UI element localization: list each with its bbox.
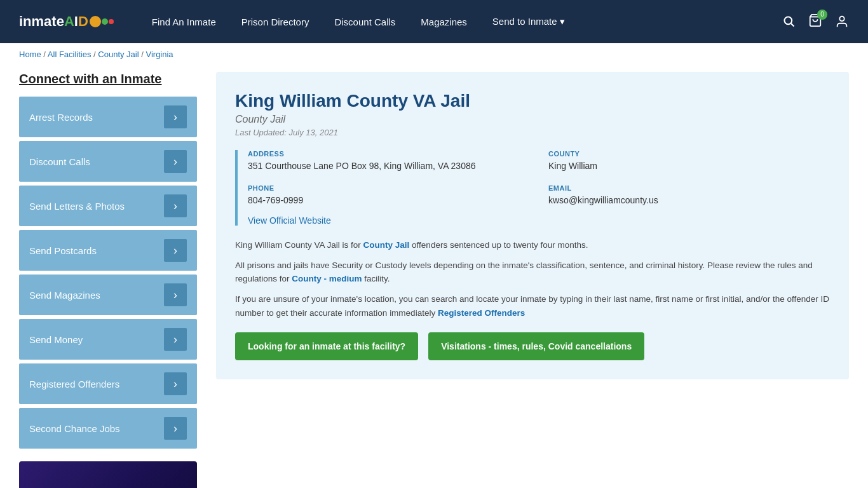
main-nav: inmate A I D Find An Inmate Prison Direc…	[0, 0, 868, 43]
address-label: ADDRESS	[248, 150, 529, 158]
sidebar-item-discount-calls[interactable]: Discount Calls ›	[19, 141, 197, 182]
address-value: 351 Courthouse Lane PO Box 98, King Will…	[248, 160, 529, 173]
facility-title: King William County VA Jail	[235, 91, 830, 111]
search-button[interactable]	[783, 15, 796, 28]
facility-info: ADDRESS 351 Courthouse Lane PO Box 98, K…	[235, 150, 830, 226]
sidebar: Connect with an Inmate Arrest Records › …	[19, 72, 197, 488]
facility-buttons: Looking for an inmate at this facility? …	[235, 332, 830, 360]
facility-desc-3: If you are unsure of your inmate's locat…	[235, 292, 830, 320]
registered-offenders-link[interactable]: Registered Offenders	[438, 308, 525, 318]
breadcrumb-all-facilities[interactable]: All Facilities	[48, 50, 92, 59]
facility-last-updated: Last Updated: July 13, 2021	[235, 128, 830, 137]
facility-card: King William County VA Jail County Jail …	[216, 72, 849, 379]
chevron-right-icon: ›	[164, 105, 187, 128]
chevron-right-icon: ›	[164, 283, 187, 306]
phone-block: PHONE 804-769-0999	[248, 184, 529, 207]
sidebar-item-send-magazines[interactable]: Send Magazines ›	[19, 274, 197, 315]
cart-count: 0	[817, 10, 827, 20]
looking-for-inmate-button[interactable]: Looking for an inmate at this facility?	[235, 332, 418, 360]
breadcrumb: Home / All Facilities / County Jail / Vi…	[0, 43, 868, 65]
sidebar-item-send-postcards[interactable]: Send Postcards ›	[19, 230, 197, 271]
official-website-link[interactable]: View Official Website	[248, 215, 331, 226]
nav-discount-calls[interactable]: Discount Calls	[334, 17, 395, 27]
nav-prison-directory[interactable]: Prison Directory	[241, 17, 309, 27]
email-label: EMAIL	[548, 184, 830, 192]
breadcrumb-home[interactable]: Home	[19, 50, 41, 59]
chevron-right-icon: ›	[164, 150, 187, 173]
svg-line-1	[791, 24, 794, 27]
phone-label: PHONE	[248, 184, 529, 192]
breadcrumb-state[interactable]: Virginia	[146, 50, 173, 59]
sidebar-item-send-letters-photos[interactable]: Send Letters & Photos ›	[19, 186, 197, 226]
sidebar-ad[interactable]: IMMEDIATE OPENING IN DELAWARE MountaireF…	[19, 461, 197, 488]
chevron-right-icon: ›	[164, 328, 187, 351]
sidebar-menu: Arrest Records › Discount Calls › Send L…	[19, 97, 197, 449]
logo[interactable]: inmate A I D	[19, 13, 114, 30]
county-label: COUNTY	[548, 150, 830, 158]
email-block: EMAIL kwso@kingwilliamcounty.us	[548, 184, 830, 207]
svg-point-3	[839, 17, 844, 21]
email-value: kwso@kingwilliamcounty.us	[548, 194, 830, 207]
county-value: King William	[548, 160, 830, 173]
chevron-right-icon: ›	[164, 239, 187, 262]
nav-links: Find An Inmate Prison Directory Discount…	[152, 16, 783, 27]
chevron-right-icon: ›	[164, 194, 187, 217]
sidebar-title: Connect with an Inmate	[19, 72, 197, 86]
sidebar-item-registered-offenders[interactable]: Registered Offenders ›	[19, 363, 197, 404]
sidebar-item-send-money[interactable]: Send Money ›	[19, 319, 197, 360]
facility-desc-2: All prisons and jails have Security or C…	[235, 259, 830, 286]
breadcrumb-county-jail[interactable]: County Jail	[98, 50, 139, 59]
chevron-right-icon: ›	[164, 372, 187, 395]
user-button[interactable]	[835, 15, 849, 29]
nav-send-to-inmate[interactable]: Send to Inmate ▾	[492, 16, 565, 27]
facility-type: County Jail	[235, 114, 830, 125]
facility-desc-1: King William County VA Jail is for Count…	[235, 238, 830, 252]
main-content: Connect with an Inmate Arrest Records › …	[0, 65, 868, 488]
sidebar-item-arrest-records[interactable]: Arrest Records ›	[19, 97, 197, 137]
county-medium-link[interactable]: County - medium	[292, 274, 362, 283]
chevron-right-icon: ›	[164, 417, 187, 440]
county-block: COUNTY King William	[548, 150, 830, 173]
county-jail-link[interactable]: County Jail	[363, 240, 410, 250]
phone-value: 804-769-0999	[248, 194, 529, 207]
visitations-button[interactable]: Visitations - times, rules, Covid cancel…	[428, 332, 644, 360]
nav-magazines[interactable]: Magazines	[421, 17, 467, 27]
address-block: ADDRESS 351 Courthouse Lane PO Box 98, K…	[248, 150, 529, 173]
svg-point-0	[785, 17, 792, 25]
cart-button[interactable]: 0	[808, 13, 822, 30]
facility-description: King William County VA Jail is for Count…	[235, 238, 830, 320]
info-grid: ADDRESS 351 Courthouse Lane PO Box 98, K…	[248, 150, 830, 207]
nav-find-inmate[interactable]: Find An Inmate	[152, 17, 216, 27]
sidebar-item-second-chance-jobs[interactable]: Second Chance Jobs ›	[19, 408, 197, 449]
nav-icons: 0	[783, 13, 849, 30]
